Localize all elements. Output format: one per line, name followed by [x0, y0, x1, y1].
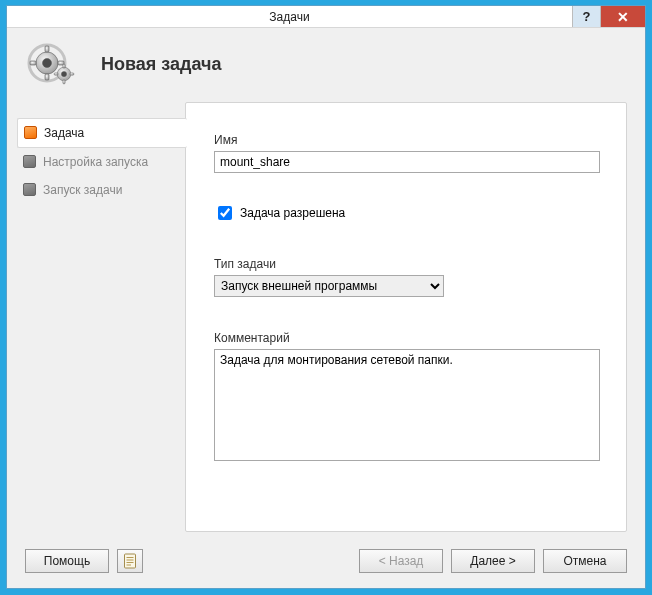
comment-label: Комментарий	[214, 331, 600, 345]
enabled-checkbox[interactable]	[218, 206, 232, 220]
comment-textarea[interactable]	[214, 349, 600, 461]
svg-rect-11	[54, 73, 58, 75]
content-panel: Имя Задача разрешена Тип задачи Запуск в…	[185, 102, 627, 532]
notes-icon-button[interactable]	[117, 549, 143, 573]
dialog-window: Задачи ? ✕	[6, 5, 646, 589]
titlebar-buttons: ? ✕	[572, 6, 645, 27]
svg-rect-4	[45, 74, 49, 80]
sidebar-item-run-task[interactable]: Запуск задачи	[17, 176, 185, 204]
svg-point-2	[43, 58, 52, 67]
body: Задача Настройка запуска Запуск задачи И…	[7, 96, 645, 542]
gears-icon	[21, 37, 85, 93]
square-indicator-icon	[23, 155, 36, 168]
enabled-label: Задача разрешена	[240, 206, 345, 220]
svg-rect-5	[30, 61, 36, 65]
svg-rect-12	[70, 73, 74, 75]
header: Новая задача	[7, 28, 645, 96]
next-button[interactable]: Далее >	[451, 549, 535, 573]
window-title: Задачи	[7, 6, 572, 27]
svg-rect-10	[63, 80, 65, 84]
enabled-checkbox-row[interactable]: Задача разрешена	[214, 203, 600, 223]
sidebar-item-label: Запуск задачи	[43, 183, 122, 197]
task-type-select[interactable]: Запуск внешней программы	[214, 275, 444, 297]
svg-rect-9	[63, 64, 65, 68]
sidebar: Задача Настройка запуска Запуск задачи	[17, 96, 185, 542]
svg-rect-13	[125, 554, 136, 568]
square-indicator-icon	[23, 183, 36, 196]
svg-point-8	[61, 71, 66, 76]
sidebar-item-label: Задача	[44, 126, 84, 140]
page-title: Новая задача	[101, 54, 222, 75]
name-input[interactable]	[214, 151, 600, 173]
cancel-button[interactable]: Отмена	[543, 549, 627, 573]
footer: Помощь < Назад Далее > Отмена	[7, 542, 645, 588]
sidebar-item-task[interactable]: Задача	[17, 118, 187, 148]
help-titlebar-button[interactable]: ?	[572, 6, 600, 27]
square-indicator-icon	[24, 126, 37, 139]
close-titlebar-button[interactable]: ✕	[600, 6, 645, 27]
back-button[interactable]: < Назад	[359, 549, 443, 573]
help-button[interactable]: Помощь	[25, 549, 109, 573]
svg-rect-3	[45, 46, 49, 52]
sidebar-item-launch-settings[interactable]: Настройка запуска	[17, 148, 185, 176]
name-label: Имя	[214, 133, 600, 147]
titlebar: Задачи ? ✕	[7, 6, 645, 28]
type-label: Тип задачи	[214, 257, 600, 271]
sidebar-item-label: Настройка запуска	[43, 155, 148, 169]
notes-icon	[123, 553, 137, 569]
